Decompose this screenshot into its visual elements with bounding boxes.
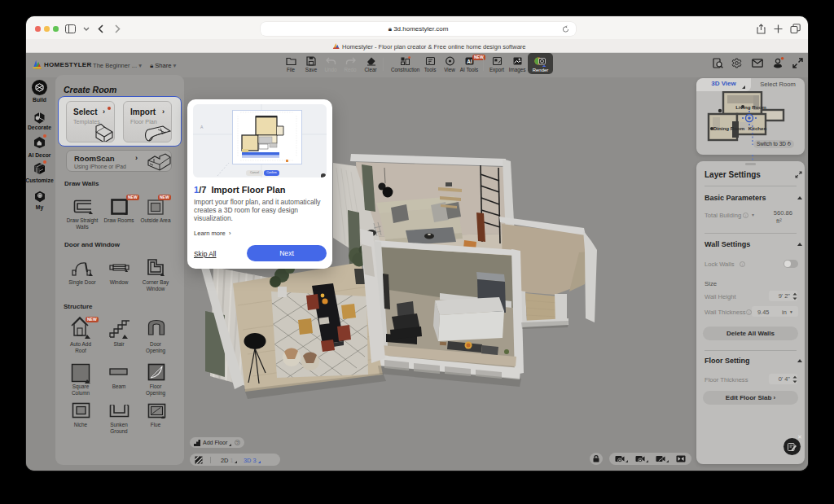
svg-text:Dining Room: Dining Room <box>713 125 745 131</box>
svg-text:Kitchen: Kitchen <box>748 125 767 131</box>
svg-text:AI: AI <box>467 59 472 64</box>
svg-text:A: A <box>200 125 204 129</box>
svg-text:Living Room: Living Room <box>735 104 766 110</box>
